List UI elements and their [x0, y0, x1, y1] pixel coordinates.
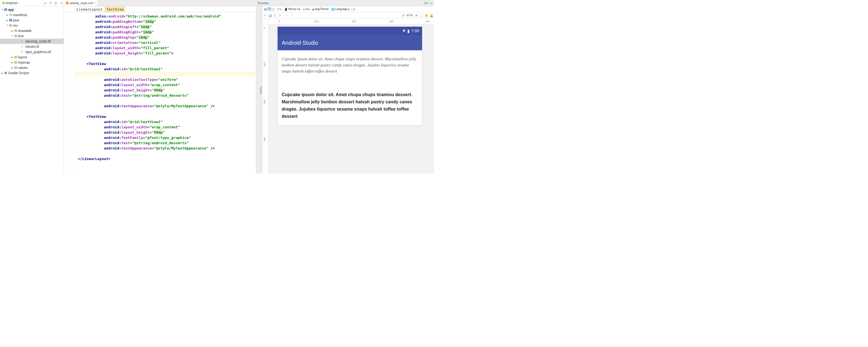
- tree-mipmap[interactable]: ▶mipmap: [0, 60, 64, 65]
- svg-point-0: [2, 2, 5, 4]
- design-view-icon[interactable]: ▦: [264, 7, 267, 10]
- tree-font-file[interactable]: T dancing_script.ttf: [0, 39, 64, 44]
- highlighted-line: [75, 72, 256, 77]
- select-icon[interactable]: ↖: [264, 13, 267, 17]
- ruler-corner: [262, 18, 269, 25]
- folder-icon: [14, 29, 17, 32]
- status-time: 7:00: [411, 29, 419, 33]
- zoom-in-icon[interactable]: ⊕: [415, 13, 418, 17]
- sigma-icon[interactable]: Σ: [273, 13, 276, 17]
- target-icon[interactable]: ◎: [44, 1, 47, 4]
- svg-point-10: [4, 72, 7, 74]
- wifi-icon: ▼: [402, 29, 406, 33]
- svg-rect-9: [14, 66, 17, 69]
- code-text: xmlns:android="http://schemas.android.co…: [75, 12, 256, 174]
- crumb-linearlayout[interactable]: LinearLayout: [75, 6, 104, 12]
- zoom-out-icon[interactable]: ⊖: [402, 13, 405, 17]
- hide-icon[interactable]: ⇥: [429, 1, 432, 4]
- preview-toolbar: ▦ ▦ ▯▯ ⟳▾ 📱Nexus 4▾ ◆O▾ ◉AppTheme 🌐Langu…: [262, 6, 434, 12]
- project-view-dropdown[interactable]: Android ▼: [1, 1, 20, 5]
- module-icon: [4, 8, 7, 11]
- canvas-area[interactable]: 0 100 200 300 400 0 100 200 300 ▼: [262, 18, 434, 174]
- bell-icon[interactable]: 🔔: [430, 13, 433, 17]
- orientation-icon[interactable]: ⟳▾: [278, 7, 281, 10]
- svg-rect-5: [14, 29, 17, 32]
- tree-layout[interactable]: ▶layout: [0, 55, 64, 60]
- tree-font-file[interactable]: T lobster.ttf: [0, 44, 64, 49]
- preview-title: Preview: [258, 1, 269, 5]
- zoom-level: 67%: [407, 13, 413, 17]
- fit-icon[interactable]: ⛶: [420, 13, 423, 17]
- close-icon[interactable]: ×: [94, 1, 96, 5]
- folder-icon: [14, 61, 17, 64]
- project-sidebar: Android ▼ ◎ ⇱ ⚙ ⇥ ▼app ▶manifests ▶java …: [0, 0, 64, 174]
- tree-font[interactable]: ▼font: [0, 33, 64, 39]
- font-file-icon: T: [21, 45, 23, 49]
- blueprint-view-icon[interactable]: ▦: [268, 7, 271, 10]
- gutter: [64, 12, 75, 174]
- svg-rect-11: [66, 2, 69, 4]
- chart-icon[interactable]: 📊: [269, 13, 272, 17]
- folder-icon: [14, 56, 17, 58]
- folder-icon: [14, 66, 17, 69]
- android-icon: [2, 1, 5, 4]
- width-icon[interactable]: ↔: [285, 13, 288, 17]
- tree-values[interactable]: ▶values: [0, 65, 64, 70]
- tree-manifests[interactable]: ▶manifests: [0, 12, 64, 18]
- xml-file-icon: [66, 2, 69, 4]
- sidebar-header: Android ▼ ◎ ⇱ ⚙ ⇥: [0, 0, 64, 6]
- folder-icon: [9, 19, 12, 21]
- layout-variant-icon[interactable]: ▢▾: [351, 7, 354, 10]
- svg-rect-2: [9, 13, 12, 16]
- tree-gradle[interactable]: ▶Gradle Scripts: [0, 70, 64, 75]
- tab-activity-main[interactable]: activity_main.xml ×: [64, 0, 98, 6]
- folder-icon: [9, 24, 12, 27]
- editor-pane: activity_main.xml × LinearLayout TextVie…: [64, 0, 256, 174]
- hide-icon[interactable]: ⇥: [60, 1, 63, 4]
- warning-icon[interactable]: ⚠: [278, 13, 281, 17]
- font-file-icon: T: [21, 39, 23, 43]
- app-title: Android Studio: [282, 39, 318, 46]
- font-file-icon: T: [21, 50, 23, 54]
- palette-strip[interactable]: Palette: [256, 6, 262, 174]
- project-view-label: Android: [5, 1, 17, 5]
- collapse-icon[interactable]: ⇱: [49, 1, 52, 4]
- code-editor[interactable]: xmlns:android="http://schemas.android.co…: [64, 12, 256, 174]
- svg-rect-8: [14, 61, 17, 64]
- folder-icon: [9, 13, 12, 16]
- tree-app[interactable]: ▼app: [0, 7, 64, 12]
- svg-rect-7: [14, 56, 17, 58]
- tree-java[interactable]: ▶java: [0, 18, 64, 23]
- textview-1[interactable]: Cupcake ipsum dolor sit. Amet chupa chup…: [282, 56, 418, 74]
- preview-toolbar-zoom: ↖ 📊 Σ ⚠ ↔ ↕ ⊖ 67% ⊕ ⛶ ✋ 🔔: [262, 12, 434, 18]
- breadcrumb: LinearLayout TextView: [64, 6, 256, 12]
- folder-icon: [14, 35, 17, 37]
- battery-icon: ▮: [407, 28, 410, 33]
- ruler-horizontal: 0 100 200 300 400: [269, 18, 434, 25]
- gear-icon[interactable]: ⚙: [55, 1, 58, 4]
- theme-dropdown[interactable]: ◉AppTheme: [311, 7, 329, 11]
- chevron-down-icon: ▼: [18, 2, 20, 4]
- language-dropdown[interactable]: 🌐Language▾: [331, 7, 350, 11]
- both-view-icon[interactable]: ▯▯: [271, 7, 274, 10]
- tree-drawable[interactable]: ▶drawable: [0, 28, 64, 33]
- preview-pane: Preview ⚙▾ ⇥ Palette ▦ ▦ ▯▯ ⟳▾ 📱Nexus: [256, 0, 434, 174]
- device-dropdown[interactable]: 📱Nexus 4▾: [284, 7, 301, 11]
- project-tree: ▼app ▶manifests ▶java ▼res ▶drawable ▼fo…: [0, 6, 64, 76]
- textview-2[interactable]: Cupcake ipsum dolor sit. Amet chupa chup…: [282, 91, 418, 120]
- tree-res[interactable]: ▼res: [0, 23, 64, 28]
- device-frame: ▼ ▮ 7:00 Android Studio Cupcake ipsum do…: [278, 27, 422, 125]
- gradle-icon: [4, 71, 7, 74]
- gear-icon[interactable]: ⚙▾: [425, 1, 428, 4]
- svg-rect-4: [9, 24, 12, 27]
- tree-font-file[interactable]: T typo_graphica.otf: [0, 49, 64, 55]
- status-bar: ▼ ▮ 7:00: [278, 27, 422, 35]
- svg-rect-6: [14, 35, 17, 37]
- app-bar: Android Studio: [278, 35, 422, 50]
- preview-header: Preview ⚙▾ ⇥: [256, 0, 434, 6]
- height-icon[interactable]: ↕: [290, 13, 293, 17]
- crumb-textview[interactable]: TextView: [105, 6, 125, 12]
- svg-rect-1: [4, 8, 7, 11]
- api-dropdown[interactable]: ◆O▾: [302, 7, 310, 11]
- pan-icon[interactable]: ✋: [425, 13, 428, 17]
